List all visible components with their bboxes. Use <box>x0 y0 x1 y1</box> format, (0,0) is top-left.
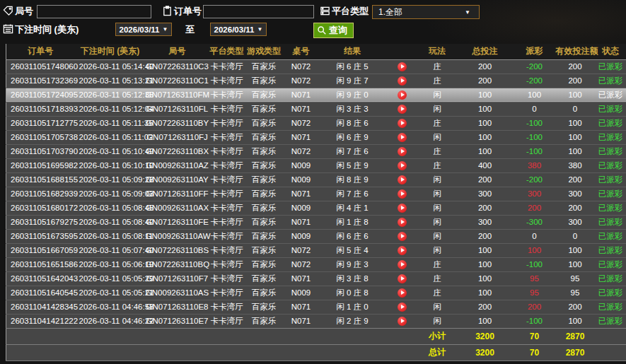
cell-table-no: N072 <box>284 59 319 74</box>
cell-bet-time: 2026-03-11 05:06:19 <box>75 257 146 271</box>
to-label: 至 <box>185 23 195 36</box>
cell-round-no: GN072263110BX <box>146 144 209 158</box>
table-row[interactable]: 2603110516405452026-03-11 05:05:21GN0092… <box>6 286 626 300</box>
cell-result: 闲 3 庄 3 <box>319 102 386 116</box>
replay-play-button[interactable] <box>398 274 407 283</box>
cell-order: 260311051640545 <box>6 286 75 300</box>
cell-payout: -200 <box>514 59 556 74</box>
cell-payout: 380 <box>514 158 556 172</box>
replay-play-button[interactable] <box>398 246 407 255</box>
cell-platform: 卡卡湾厅 <box>209 243 245 257</box>
cell-bet-time: 2026-03-11 05:14:40 <box>75 59 146 74</box>
table-row[interactable]: 2603110516801722026-03-11 05:08:45GN0092… <box>6 201 626 215</box>
cell-replay <box>386 59 418 74</box>
cell-status: 已派彩 <box>595 130 626 144</box>
table-row[interactable]: 2603110516792752026-03-11 05:08:40GN0712… <box>6 215 626 229</box>
table-row[interactable]: 2603110517183932026-03-11 05:12:04GN0712… <box>6 102 626 116</box>
cell-payout: 200 <box>514 300 556 314</box>
table-row[interactable]: 2603110516670592026-03-11 05:07:40GN0722… <box>6 243 626 257</box>
cell-game-type: 百家乐 <box>245 286 284 300</box>
replay-play-button[interactable] <box>398 133 407 142</box>
replay-play-button[interactable] <box>398 76 407 86</box>
replay-play-button[interactable] <box>398 288 407 298</box>
replay-play-button[interactable] <box>398 161 407 170</box>
cell-table-no: N009 <box>284 158 319 172</box>
table-row[interactable]: 2603110516829392026-03-11 05:09:03GN0712… <box>6 187 626 201</box>
cell-total-bet: 100 <box>457 130 514 144</box>
cell-valid-bet: 300 <box>556 187 595 201</box>
cell-payout: -100 <box>514 130 556 144</box>
cell-order: 260311051705738 <box>6 130 75 144</box>
replay-play-button[interactable] <box>398 303 407 312</box>
cell-order: 260311051748060 <box>6 59 75 74</box>
col-header-table-no: 桌号 <box>284 44 319 59</box>
table-row[interactable]: 2603110517127752026-03-11 05:11:35GN0722… <box>6 116 626 130</box>
cell-play-type: 庄 <box>418 144 457 158</box>
order-no-input[interactable] <box>203 5 314 18</box>
table-row[interactable]: 2603110517240952026-03-11 05:12:35GN0712… <box>6 88 626 102</box>
cell-platform: 卡卡湾厅 <box>209 229 245 243</box>
platform-type-select[interactable]: 1.全部 <box>372 5 480 19</box>
replay-play-button[interactable] <box>398 189 407 199</box>
replay-play-button[interactable] <box>398 232 407 241</box>
cell-table-no: N009 <box>284 172 319 187</box>
cell-status: 已派彩 <box>595 102 626 116</box>
cell-valid-bet: 0 <box>556 229 595 243</box>
replay-play-button[interactable] <box>398 218 407 227</box>
cell-replay <box>386 74 418 88</box>
replay-play-button[interactable] <box>398 260 407 269</box>
cell-status: 已派彩 <box>595 314 626 328</box>
table-row[interactable]: 2603110516881552026-03-11 05:09:28GN0092… <box>6 172 626 187</box>
cell-bet-time: 2026-03-11 05:07:40 <box>75 243 146 257</box>
replay-play-button[interactable] <box>398 204 407 213</box>
replay-play-button[interactable] <box>398 105 407 114</box>
col-header-replay <box>386 44 418 59</box>
cell-round-no: GN009263110AZ <box>146 158 209 172</box>
date-from-select[interactable]: 2026/03/11 <box>115 23 172 36</box>
replay-play-button[interactable] <box>398 317 407 326</box>
table-row[interactable]: 2603110414283452026-03-11 04:46:58GN0712… <box>6 300 626 314</box>
cell-game-type: 百家乐 <box>245 144 284 158</box>
cell-replay <box>386 286 418 300</box>
table-row[interactable]: 2603110517037902026-03-11 05:10:49GN0722… <box>6 144 626 158</box>
cell-result: 闲 3 庄 8 <box>319 271 386 286</box>
replay-play-button[interactable] <box>398 147 407 156</box>
cell-result: 闲 6 庄 6 <box>319 229 386 243</box>
table-row[interactable]: 2603110517323692026-03-11 05:13:21GN0722… <box>6 74 626 88</box>
table-row[interactable]: 2603110517480602026-03-11 05:14:40GN0722… <box>6 59 626 74</box>
cell-game-type: 百家乐 <box>245 88 284 102</box>
cell-status: 已派彩 <box>595 243 626 257</box>
replay-play-button[interactable] <box>398 90 407 100</box>
cell-valid-bet: 100 <box>556 130 595 144</box>
query-button[interactable]: 查询 <box>313 23 354 38</box>
cell-table-no: N072 <box>284 74 319 88</box>
cell-order: 260311051651586 <box>6 257 75 271</box>
cell-result: 闲 1 庄 8 <box>319 215 386 229</box>
cell-valid-bet: 200 <box>556 201 595 215</box>
cell-play-type: 庄 <box>418 116 457 130</box>
cell-payout: -100 <box>514 257 556 271</box>
table-row[interactable]: 2603110516515862026-03-11 05:06:19GN0722… <box>6 257 626 271</box>
table-row[interactable]: 2603110414212222026-03-11 04:46:22GN0712… <box>6 314 626 328</box>
cell-valid-bet: 0 <box>556 102 595 116</box>
cell-order: 260311051703790 <box>6 144 75 158</box>
cell-replay <box>386 172 418 187</box>
cell-play-type: 庄 <box>418 271 457 286</box>
cell-total-bet: 100 <box>457 243 514 257</box>
col-header-play-type: 玩法 <box>418 44 457 59</box>
table-row[interactable]: 2603110516735952026-03-11 05:08:11GN0092… <box>6 229 626 243</box>
cell-round-no: GN009263110AW <box>146 229 209 243</box>
replay-play-button[interactable] <box>398 119 407 128</box>
platform-type-icon <box>320 6 330 16</box>
table-row[interactable]: 2603110516420432026-03-11 05:05:29GN0712… <box>6 271 626 286</box>
cell-platform: 卡卡湾厅 <box>209 201 245 215</box>
cell-result: 闲 9 庄 3 <box>319 257 386 271</box>
cell-table-no: N072 <box>284 144 319 158</box>
table-row[interactable]: 2603110516959822026-03-11 05:10:10GN0092… <box>6 158 626 172</box>
cell-total-bet: 200 <box>457 172 514 187</box>
date-to-select[interactable]: 2026/03/11 <box>210 23 267 36</box>
round-no-input[interactable] <box>37 5 151 18</box>
table-row[interactable]: 2603110517057382026-03-11 05:11:02GN0712… <box>6 130 626 144</box>
replay-play-button[interactable] <box>398 62 407 71</box>
replay-play-button[interactable] <box>398 175 407 184</box>
